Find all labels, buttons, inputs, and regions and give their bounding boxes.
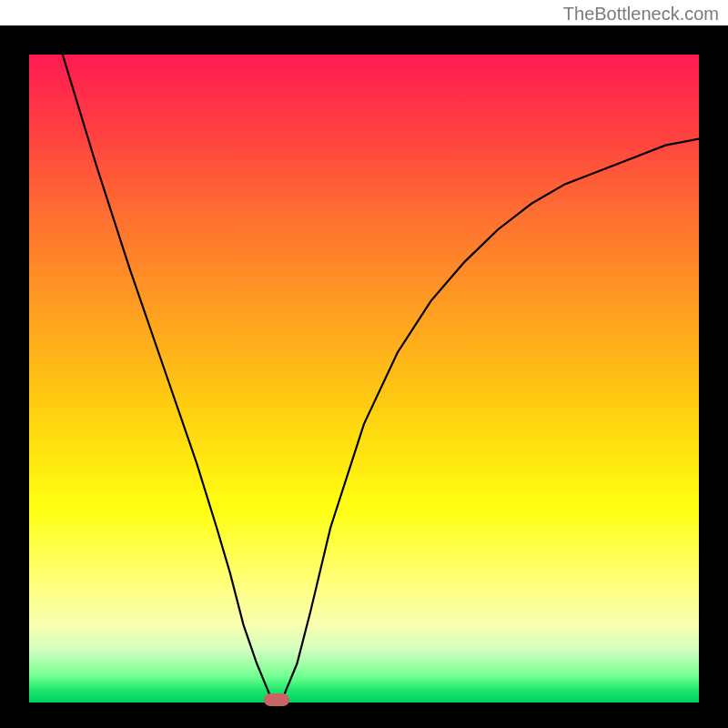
chart-frame xyxy=(0,25,728,728)
chart-plot-area xyxy=(29,55,699,703)
watermark-text: TheBottleneck.com xyxy=(563,4,719,25)
bottleneck-curve xyxy=(29,55,699,703)
minimum-marker xyxy=(264,693,289,706)
